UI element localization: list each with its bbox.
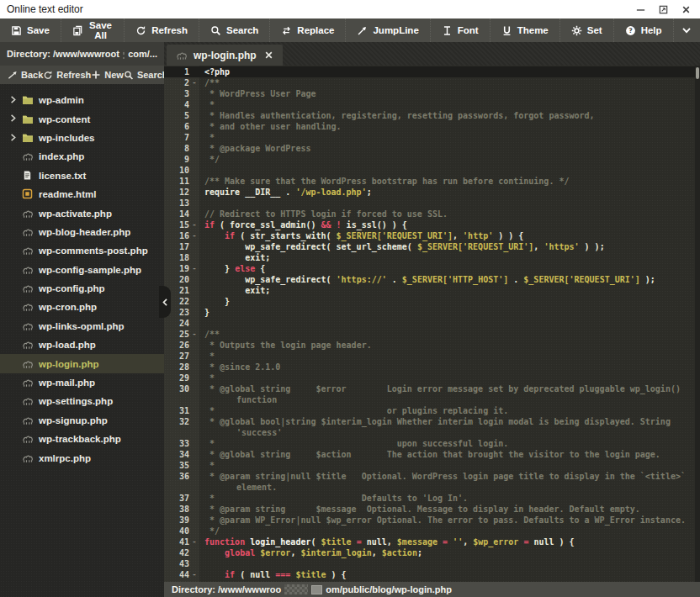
file-item-wp-links-opml.php[interactable]: wp-links-opml.php: [0, 317, 164, 335]
line-number-gutter[interactable]: 3: [164, 88, 199, 99]
fold-marker[interactable]: -: [189, 536, 199, 547]
code-line-34[interactable]: 34 * @global string $action The action t…: [164, 449, 700, 460]
fold-marker[interactable]: -: [189, 219, 199, 230]
code-line-22[interactable]: 22 }: [164, 296, 700, 307]
code-line-11[interactable]: 11/** Make sure that the WordPress boots…: [164, 176, 700, 187]
file-item-readme.html[interactable]: readme.html: [0, 185, 164, 203]
code-line-27[interactable]: 27 *: [164, 351, 700, 362]
code-line-43[interactable]: 43: [164, 558, 700, 569]
toolbar-theme-button[interactable]: Theme: [491, 18, 560, 42]
line-number-gutter[interactable]: 16-: [164, 230, 199, 241]
line-number-gutter[interactable]: 4: [164, 99, 199, 110]
line-number-gutter[interactable]: 2-: [164, 77, 199, 88]
line-number-gutter[interactable]: 14: [164, 209, 199, 219]
line-number-gutter[interactable]: 5: [164, 110, 199, 121]
code-editor[interactable]: 1<?php2-/**3 * WordPress User Page4 *5 *…: [164, 66, 700, 597]
line-number-gutter[interactable]: 12: [164, 187, 199, 198]
fold-marker[interactable]: -: [189, 329, 199, 340]
expand-chevron-icon[interactable]: [8, 114, 18, 123]
line-number-gutter[interactable]: 9: [164, 154, 199, 165]
code-line-38[interactable]: 38 * @param string $message Optional. Me…: [164, 504, 700, 515]
line-number-gutter[interactable]: 36: [164, 471, 199, 493]
toolbar-set-button[interactable]: Set: [560, 18, 614, 42]
file-item-wp-activate.php[interactable]: wp-activate.php: [0, 203, 164, 222]
code-line-29[interactable]: 29 *: [164, 372, 700, 383]
toolbar-overflow-button[interactable]: [674, 18, 700, 42]
file-item-wp-blog-header.php[interactable]: wp-blog-header.php: [0, 223, 164, 241]
code-line-17[interactable]: 17 wp_safe_redirect( set_url_scheme( $_S…: [164, 241, 700, 252]
toolbar-save-all-button[interactable]: Save All: [61, 18, 125, 42]
line-number-gutter[interactable]: 24: [164, 318, 199, 329]
line-number-gutter[interactable]: 38: [164, 504, 199, 515]
file-item-wp-signup.php[interactable]: wp-signup.php: [0, 411, 164, 430]
line-number-gutter[interactable]: 18: [164, 252, 199, 263]
line-number-gutter[interactable]: 13: [164, 198, 199, 209]
code-line-23[interactable]: 23}: [164, 307, 700, 318]
toolbar-font-button[interactable]: Font: [431, 18, 491, 42]
line-number-gutter[interactable]: 6: [164, 121, 199, 132]
file-item-wp-content[interactable]: wp-content: [0, 109, 164, 128]
close-icon[interactable]: [680, 3, 692, 15]
file-item-wp-cron.php[interactable]: wp-cron.php: [0, 298, 164, 316]
code-line-24[interactable]: 24: [164, 318, 700, 329]
line-number-gutter[interactable]: 40: [164, 526, 199, 536]
file-item-wp-config.php[interactable]: wp-config.php: [0, 279, 164, 298]
file-item-wp-config-sample.php[interactable]: wp-config-sample.php: [0, 261, 164, 279]
toolbar-replace-button[interactable]: Replace: [270, 18, 346, 42]
file-item-license.txt[interactable]: license.txt: [0, 166, 164, 185]
code-line-18[interactable]: 18 exit;: [164, 252, 700, 263]
code-line-1[interactable]: 1<?php: [164, 66, 700, 77]
code-line-36[interactable]: 36 * @param string|null $title Optional.…: [164, 471, 700, 493]
line-number-gutter[interactable]: 30: [164, 383, 199, 405]
line-number-gutter[interactable]: 33: [164, 438, 199, 449]
code-line-13[interactable]: 13: [164, 198, 700, 209]
line-number-gutter[interactable]: 17: [164, 241, 199, 252]
file-item-xmlrpc.php[interactable]: xmlrpc.php: [0, 448, 164, 467]
editor-scrollbar[interactable]: [695, 66, 700, 597]
toolbar-jumpline-button[interactable]: JumpLine: [346, 18, 430, 42]
code-line-15[interactable]: 15-if ( force_ssl_admin() && ! is_ssl() …: [164, 219, 700, 230]
line-number-gutter[interactable]: 7: [164, 132, 199, 143]
fold-marker[interactable]: -: [189, 569, 199, 580]
code-line-41[interactable]: 41-function login_header( $title = null,…: [164, 536, 700, 547]
line-number-gutter[interactable]: 43: [164, 558, 199, 569]
line-number-gutter[interactable]: 44-: [164, 569, 199, 580]
tab-close-icon[interactable]: [264, 50, 273, 60]
maximize-icon[interactable]: [657, 3, 669, 15]
code-line-31[interactable]: 31 * or plugins replacing it.: [164, 405, 700, 416]
line-number-gutter[interactable]: 25-: [164, 329, 199, 340]
code-line-4[interactable]: 4 *: [164, 99, 700, 110]
scrollbar-thumb[interactable]: [696, 67, 699, 79]
tab-wp-login-php[interactable]: wp-login.php: [167, 45, 283, 66]
code-line-8[interactable]: 8 * @package WordPress: [164, 143, 700, 154]
line-number-gutter[interactable]: 19-: [164, 263, 199, 274]
code-line-12[interactable]: 12require __DIR__ . '/wp-load.php';: [164, 187, 700, 198]
code-line-39[interactable]: 39 * @param WP_Error|null $wp_error Opti…: [164, 515, 700, 526]
code-line-7[interactable]: 7 *: [164, 132, 700, 143]
code-line-26[interactable]: 26 * Outputs the login page header.: [164, 340, 700, 351]
code-line-33[interactable]: 33 * upon successful login.: [164, 438, 700, 449]
line-number-gutter[interactable]: 11: [164, 176, 199, 187]
line-number-gutter[interactable]: 27: [164, 351, 199, 362]
fold-marker[interactable]: -: [189, 230, 199, 241]
line-number-gutter[interactable]: 31: [164, 405, 199, 416]
file-item-wp-admin[interactable]: wp-admin: [0, 91, 164, 109]
code-line-16[interactable]: 16- if ( str_starts_with( $_SERVER['REQU…: [164, 230, 700, 241]
file-item-wp-comments-post.php[interactable]: wp-comments-post.php: [0, 241, 164, 260]
code-line-25[interactable]: 25-/**: [164, 329, 700, 340]
code-line-21[interactable]: 21 exit;: [164, 285, 700, 296]
line-number-gutter[interactable]: 1: [164, 66, 199, 77]
file-item-wp-load.php[interactable]: wp-load.php: [0, 335, 164, 354]
line-number-gutter[interactable]: 10: [164, 165, 199, 176]
file-item-wp-trackback.php[interactable]: wp-trackback.php: [0, 430, 164, 448]
code-line-32[interactable]: 32 * @global bool|string $interim_login …: [164, 416, 700, 438]
code-line-9[interactable]: 9 */: [164, 154, 700, 165]
file-item-wp-settings.php[interactable]: wp-settings.php: [0, 392, 164, 410]
explorer-back-button[interactable]: Back: [8, 70, 43, 80]
file-item-wp-includes[interactable]: wp-includes: [0, 129, 164, 147]
file-item-index.php[interactable]: index.php: [0, 147, 164, 166]
code-line-19[interactable]: 19- } else {: [164, 263, 700, 274]
sidebar-collapse-button[interactable]: [159, 286, 171, 318]
toolbar-search-button[interactable]: Search: [199, 18, 270, 42]
code-line-28[interactable]: 28 * @since 2.1.0: [164, 362, 700, 372]
